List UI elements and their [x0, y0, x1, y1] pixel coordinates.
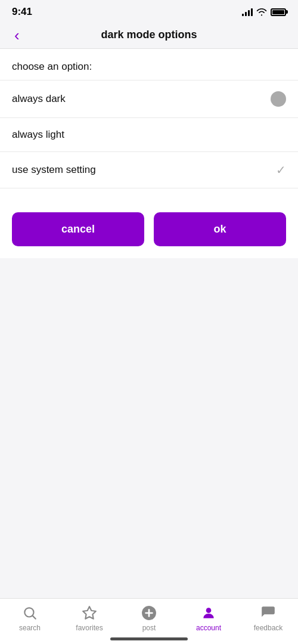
- tab-account[interactable]: account: [188, 605, 229, 632]
- signal-icon: [242, 8, 253, 16]
- home-indicator: [110, 637, 188, 640]
- search-icon: [21, 605, 38, 621]
- content-area: choose an option: always dark always lig…: [0, 49, 298, 258]
- options-list: always dark always light use system sett…: [0, 80, 298, 188]
- page-title: dark mode options: [101, 29, 197, 41]
- post-icon: [141, 605, 157, 621]
- radio-indicator-always-dark: [271, 91, 286, 107]
- svg-line-1: [33, 616, 36, 619]
- nav-header: ‹ dark mode options: [0, 21, 298, 49]
- svg-point-6: [206, 608, 212, 613]
- option-always-dark-label: always dark: [12, 93, 66, 105]
- tab-search-label: search: [19, 624, 41, 632]
- svg-marker-2: [83, 606, 96, 619]
- cancel-button[interactable]: cancel: [12, 212, 144, 246]
- tab-account-label: account: [196, 624, 221, 632]
- option-always-light-label: always light: [12, 129, 64, 141]
- tab-post-label: post: [142, 624, 156, 632]
- tab-feedback-label: feedback: [254, 624, 283, 632]
- battery-icon: [271, 8, 286, 16]
- star-icon: [81, 605, 98, 621]
- tab-favorites[interactable]: favorites: [69, 605, 110, 632]
- checkmark-icon: ✓: [276, 163, 286, 177]
- feedback-icon: [260, 605, 277, 621]
- account-icon: [200, 605, 217, 621]
- status-time: 9:41: [12, 6, 32, 18]
- tab-favorites-label: favorites: [76, 624, 103, 632]
- tab-feedback[interactable]: feedback: [247, 605, 289, 632]
- status-icons: [242, 8, 286, 16]
- tab-post[interactable]: post: [128, 605, 170, 632]
- ok-button[interactable]: ok: [154, 212, 286, 246]
- status-bar: 9:41: [0, 0, 298, 21]
- option-use-system[interactable]: use system setting ✓: [0, 152, 298, 188]
- option-always-light[interactable]: always light: [0, 118, 298, 152]
- section-label: choose an option:: [0, 49, 298, 80]
- option-use-system-label: use system setting: [12, 164, 96, 176]
- wifi-icon: [256, 8, 267, 16]
- button-row: cancel ok: [0, 188, 298, 258]
- option-always-dark[interactable]: always dark: [0, 80, 298, 118]
- tab-search[interactable]: search: [9, 605, 51, 632]
- back-button[interactable]: ‹: [10, 25, 24, 45]
